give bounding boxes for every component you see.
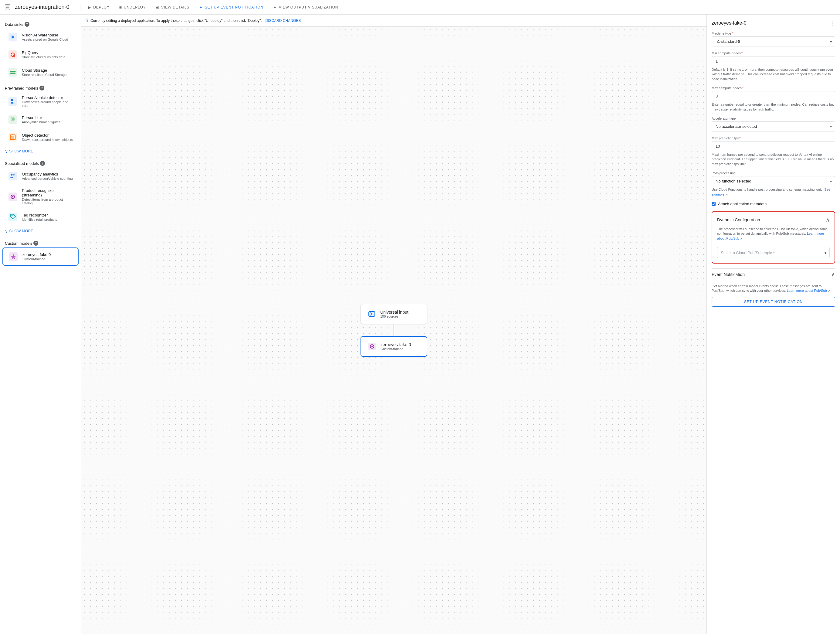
specialized-help-icon[interactable]: ? <box>40 161 45 166</box>
zeroeyes-fake-sub: Custom-trained <box>22 257 51 261</box>
view-details-icon: ⊞ <box>155 5 159 10</box>
person-blur-icon <box>7 114 18 125</box>
sidebar-item-tag-recognizer[interactable]: Tag recognizer Identifies retail product… <box>2 209 79 226</box>
sidebar-item-person-blur[interactable]: Person blur Anonymize human figures <box>2 111 79 128</box>
machine-type-select-wrapper: n1-standard-8n1-standard-4n1-standard-16 <box>712 36 835 46</box>
app-title: zeroeyes-integration-0 <box>15 4 69 10</box>
undeploy-button[interactable]: ■ UNDEPLOY <box>115 3 150 11</box>
dynamic-config-header: Dynamic Configuration ∧ <box>717 217 830 223</box>
vision-ai-icon <box>7 32 18 43</box>
vision-ai-text: Vision AI Warehouse Assets stored on Goo… <box>22 33 68 41</box>
sidebar-item-bigquery[interactable]: BigQuery Store structured insights data <box>2 46 79 63</box>
view-output-visualization-button[interactable]: ✦ VIEW OUTPUT VISUALIZATION <box>270 3 342 11</box>
post-processing-label: Post-processing <box>712 171 835 175</box>
svg-rect-16 <box>8 172 17 180</box>
bigquery-text: BigQuery Store structured insights data <box>22 51 65 59</box>
setup-event-notification-bottom-button[interactable]: SET UP EVENT NOTIFICATION <box>712 297 835 307</box>
min-compute-nodes-input[interactable] <box>712 56 835 66</box>
max-compute-nodes-field: Max compute nodes * Enter a number equal… <box>712 86 835 112</box>
universal-input-node[interactable]: Universal input 100 sources <box>360 304 427 324</box>
deploy-label: DEPLOY <box>93 5 109 9</box>
post-processing-field: Post-processing No function selected Use… <box>712 171 835 197</box>
attach-metadata-checkbox[interactable] <box>712 202 715 206</box>
object-detector-title: Object detector <box>22 133 73 138</box>
deploy-icon: ▶ <box>88 5 92 10</box>
event-notification-section: Event Notification ∧ Get alerted when ce… <box>712 269 835 307</box>
event-notification-header: Event Notification ∧ <box>712 269 835 280</box>
universal-input-title: Universal input <box>380 310 409 315</box>
vision-ai-title: Vision AI Warehouse <box>22 33 68 37</box>
person-vehicle-title: Person/vehicle detector <box>22 95 74 100</box>
object-detector-text: Object detector Draw boxes around known … <box>22 133 73 141</box>
svg-point-11 <box>12 118 14 120</box>
pipeline-canvas[interactable]: Universal input 100 sources <box>81 27 706 634</box>
custom-models-help-icon[interactable]: ? <box>33 241 38 246</box>
sidebar-item-vision-ai[interactable]: Vision AI Warehouse Assets stored on Goo… <box>2 28 79 46</box>
zeroeyes-fake-node-text: zeroeyes-fake-0 Custom-trained <box>381 342 411 351</box>
deploy-button[interactable]: ▶ DEPLOY <box>84 3 113 11</box>
sidebar-item-occupancy[interactable]: Occupancy analytics Advanced person/vehi… <box>2 168 79 185</box>
show-more-pretrained[interactable]: ∨ SHOW MORE <box>0 146 81 156</box>
svg-point-9 <box>11 99 13 101</box>
svg-point-28 <box>371 346 373 347</box>
pre-trained-help-icon[interactable]: ? <box>39 85 44 90</box>
accelerator-type-field: Accelerator type No accelerator selected… <box>712 117 835 131</box>
panel-menu-button[interactable]: ⋮ <box>829 19 835 27</box>
pubsub-topic-select[interactable] <box>717 247 830 258</box>
post-processing-select[interactable]: No function selected <box>712 176 835 186</box>
show-more-chevron-icon: ∨ <box>5 149 8 153</box>
cloud-storage-sub: Store results to Cloud Storage <box>22 73 66 76</box>
object-detector-icon <box>7 132 18 143</box>
max-prediction-fps-input[interactable] <box>712 141 835 151</box>
accelerator-type-label: Accelerator type <box>712 117 835 120</box>
svg-rect-8 <box>8 97 17 106</box>
view-details-button[interactable]: ⊞ VIEW DETAILS <box>152 3 193 11</box>
product-recognize-icon <box>7 191 18 202</box>
setup-event-notification-button[interactable]: ✦ SET UP EVENT NOTIFICATION <box>196 3 267 11</box>
view-output-icon: ✦ <box>273 5 277 10</box>
machine-type-select[interactable]: n1-standard-8n1-standard-4n1-standard-16 <box>712 36 835 46</box>
svg-point-4 <box>13 55 15 57</box>
back-icon: ← <box>5 5 9 9</box>
accelerator-type-select[interactable]: No accelerator selectedNVIDIA Tesla T4NV… <box>712 122 835 131</box>
max-compute-nodes-label: Max compute nodes * <box>712 86 835 90</box>
data-sinks-help-icon[interactable]: ? <box>25 22 30 27</box>
show-more-pretrained-label: SHOW MORE <box>9 149 33 153</box>
event-notification-collapse-button[interactable]: ∧ <box>831 271 835 278</box>
view-output-label: VIEW OUTPUT VISUALIZATION <box>279 5 338 9</box>
event-notification-learn-more-link[interactable]: Learn more about Pub/Sub <box>787 289 827 292</box>
back-button[interactable]: ← <box>5 4 10 10</box>
sidebar-item-person-vehicle[interactable]: Person/vehicle detector Draw boxes aroun… <box>2 92 79 111</box>
person-vehicle-icon <box>7 96 18 107</box>
dynamic-config-external-link-icon: ↗ <box>740 237 742 240</box>
zeroeyes-fake-text: zeroeyes-fake-0 Custom-trained <box>22 252 51 261</box>
dynamic-config-collapse-button[interactable]: ∧ <box>826 217 830 223</box>
pre-trained-section: Pre-trained models ? <box>0 83 81 92</box>
max-prediction-fps-hint: Maximum frames per second to send predic… <box>712 152 835 166</box>
sidebar-item-zeroeyes-fake[interactable]: zeroeyes-fake-0 Custom-trained <box>2 247 79 266</box>
discard-changes-link[interactable]: DISCARD CHANGES <box>265 19 301 23</box>
zeroeyes-fake-title: zeroeyes-fake-0 <box>22 252 51 257</box>
event-notification-external-link-icon: ↗ <box>828 289 830 292</box>
show-more-specialized[interactable]: ∨ SHOW MORE <box>0 226 81 236</box>
event-notification-description: Get alerted when certain model events oc… <box>712 284 835 293</box>
max-compute-nodes-input[interactable] <box>712 91 835 101</box>
svg-rect-2 <box>8 51 17 59</box>
custom-models-section: Custom models ? <box>0 238 81 247</box>
sidebar: Data sinks ? Vision AI Warehouse Assets … <box>0 14 81 634</box>
svg-rect-7 <box>10 73 16 74</box>
event-notification-title: Event Notification <box>712 272 745 277</box>
dynamic-config-section: Dynamic Configuration ∧ The processor wi… <box>712 211 835 264</box>
info-icon: ℹ <box>86 17 88 24</box>
svg-point-18 <box>13 174 15 175</box>
undeploy-label: UNDEPLOY <box>124 5 146 9</box>
cloud-storage-title: Cloud Storage <box>22 68 66 73</box>
sidebar-item-object-detector[interactable]: Object detector Draw boxes around known … <box>2 129 79 146</box>
zeroeyes-fake-icon <box>8 251 19 262</box>
zeroeyes-fake-node[interactable]: zeroeyes-fake-0 Custom-trained <box>360 336 427 357</box>
tag-recognizer-text: Tag recognizer Identifies retail product… <box>22 213 57 221</box>
min-compute-nodes-label: Min compute nodes * <box>712 51 835 55</box>
sidebar-item-product-recognize[interactable]: Product recognize (streaming) Detect ite… <box>2 185 79 208</box>
sidebar-item-cloud-storage[interactable]: Cloud Storage Store results to Cloud Sto… <box>2 64 79 81</box>
person-blur-sub: Anonymize human figures <box>22 120 60 124</box>
